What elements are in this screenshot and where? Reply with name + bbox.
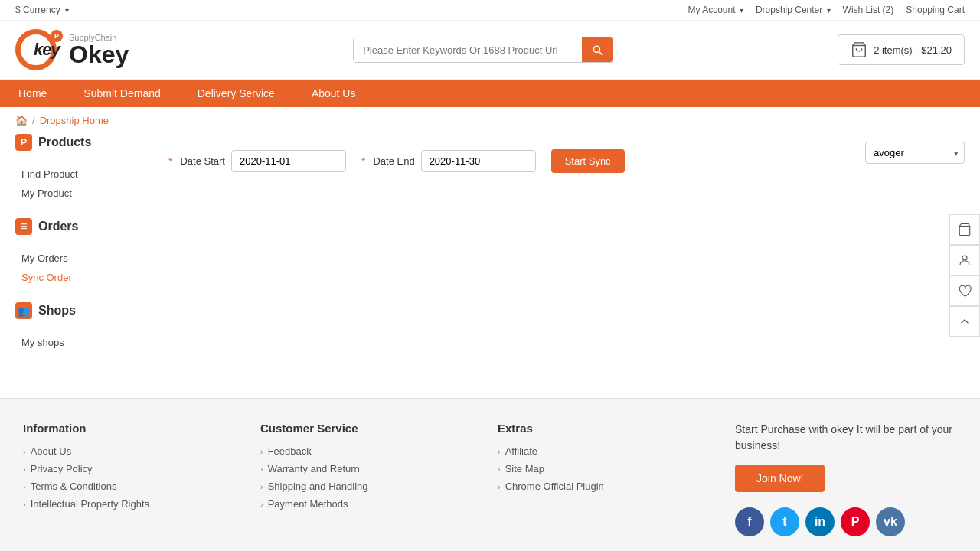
breadcrumb-current[interactable]: Dropship Home bbox=[40, 115, 109, 126]
search-input[interactable] bbox=[354, 38, 582, 62]
currency-selector[interactable]: $ Currency ▾ bbox=[15, 5, 69, 15]
shopping-cart-link[interactable]: Shopping Cart bbox=[906, 5, 965, 15]
footer-chrome-plugin[interactable]: › Chrome Official Plugin bbox=[498, 481, 720, 492]
footer-about-us[interactable]: › About Us bbox=[23, 445, 245, 457]
date-start-group: * Date Start bbox=[168, 150, 346, 172]
currency-label: $ Currency bbox=[15, 5, 60, 15]
right-sidebar-cart[interactable] bbox=[949, 214, 980, 245]
content-area: avoger ▾ * Date Start * Date End Start S… bbox=[153, 134, 980, 383]
date-end-input[interactable] bbox=[421, 150, 536, 172]
logo-image: key P SupplyChain Okey bbox=[15, 28, 129, 71]
sidebar-my-orders[interactable]: My Orders bbox=[15, 249, 138, 268]
logo-text: SupplyChain Okey bbox=[69, 33, 129, 67]
vk-icon[interactable]: vk bbox=[876, 507, 905, 536]
my-account-link[interactable]: My Account ▾ bbox=[688, 5, 743, 15]
search-button[interactable] bbox=[582, 37, 612, 62]
right-sidebar-user[interactable] bbox=[949, 245, 980, 276]
svg-point-2 bbox=[962, 256, 967, 260]
breadcrumb-separator: / bbox=[32, 115, 35, 126]
chevron-up-icon bbox=[958, 315, 972, 328]
arrow-icon: › bbox=[260, 447, 263, 456]
join-now-button[interactable]: Join Now! bbox=[735, 465, 825, 492]
footer-top: Information › About Us › Privacy Policy … bbox=[15, 422, 965, 536]
date-end-required: * bbox=[361, 155, 365, 168]
dropship-center-link[interactable]: Dropship Center ▾ bbox=[756, 5, 831, 15]
sidebar-my-shops[interactable]: My shops bbox=[15, 333, 138, 352]
arrow-icon: › bbox=[23, 500, 26, 509]
nav-bar: Home Submit Demand Delivery Service Abou… bbox=[0, 80, 980, 107]
currency-arrow: ▾ bbox=[65, 6, 69, 15]
social-icons: f t in P vk bbox=[735, 507, 957, 536]
arrow-icon: › bbox=[498, 482, 501, 491]
search-bar bbox=[353, 37, 613, 63]
footer: Information › About Us › Privacy Policy … bbox=[0, 398, 980, 551]
wish-list-link[interactable]: Wish List (2) bbox=[843, 5, 894, 15]
logo[interactable]: key P SupplyChain Okey bbox=[15, 28, 129, 71]
footer-warranty[interactable]: › Warranty and Return bbox=[260, 463, 482, 474]
right-sidebar-wishlist[interactable] bbox=[949, 276, 980, 306]
right-sidebar-scroll-top[interactable] bbox=[949, 306, 980, 337]
footer-extras-col: Extras › Affiliate › Site Map › Chrome O… bbox=[490, 422, 727, 536]
date-start-input[interactable] bbox=[231, 150, 346, 172]
sidebar-find-product[interactable]: Find Product bbox=[15, 165, 138, 184]
nav-submit-demand[interactable]: Submit Demand bbox=[65, 80, 178, 107]
arrow-icon: › bbox=[498, 447, 501, 456]
arrow-icon: › bbox=[23, 465, 26, 474]
cart-sidebar-icon bbox=[958, 223, 972, 236]
store-select[interactable]: avoger bbox=[865, 142, 965, 164]
date-end-label: Date End bbox=[373, 155, 414, 167]
footer-service-col: Customer Service › Feedback › Warranty a… bbox=[253, 422, 490, 536]
logo-brand: Okey bbox=[69, 42, 129, 67]
account-arrow: ▾ bbox=[740, 6, 743, 15]
footer-privacy-policy[interactable]: › Privacy Policy bbox=[23, 463, 245, 474]
sidebar-my-product[interactable]: My Product bbox=[15, 184, 138, 203]
search-icon bbox=[591, 44, 603, 56]
top-bar: $ Currency ▾ My Account ▾ Dropship Cente… bbox=[0, 0, 980, 21]
footer-service-title: Customer Service bbox=[260, 422, 482, 435]
cart-button[interactable]: 2 item(s) - $21.20 bbox=[838, 34, 965, 65]
footer-shipping[interactable]: › Shipping and Handling bbox=[260, 481, 482, 492]
footer-feedback[interactable]: › Feedback bbox=[260, 445, 482, 457]
pinterest-icon[interactable]: P bbox=[841, 507, 870, 536]
breadcrumb-home-icon[interactable]: 🏠 bbox=[15, 115, 28, 126]
arrow-icon: › bbox=[260, 465, 263, 474]
main-content: P Products Find Product My Product ≡ Ord… bbox=[0, 134, 980, 398]
arrow-icon: › bbox=[260, 482, 263, 491]
header: key P SupplyChain Okey 2 item(s) - $21.2… bbox=[0, 21, 980, 80]
twitter-icon[interactable]: t bbox=[770, 507, 799, 536]
arrow-icon: › bbox=[498, 465, 501, 474]
footer-sitemap[interactable]: › Site Map bbox=[498, 463, 720, 474]
top-nav-links: My Account ▾ Dropship Center ▾ Wish List… bbox=[688, 5, 965, 15]
facebook-icon[interactable]: f bbox=[735, 507, 764, 536]
sidebar-shops-section: 👥 Shops My shops bbox=[15, 302, 138, 352]
footer-info-col: Information › About Us › Privacy Policy … bbox=[15, 422, 253, 536]
sidebar-sync-order[interactable]: Sync Order bbox=[15, 268, 138, 287]
linkedin-icon[interactable]: in bbox=[805, 507, 835, 536]
user-sidebar-icon bbox=[958, 253, 972, 267]
sidebar-orders-section: ≡ Orders My Orders Sync Order bbox=[15, 218, 138, 287]
nav-about-us[interactable]: About Us bbox=[293, 80, 374, 107]
footer-ip-rights[interactable]: › Intellectual Property Rights bbox=[23, 498, 245, 510]
store-select-container: avoger ▾ bbox=[865, 142, 965, 164]
heart-sidebar-icon bbox=[958, 284, 972, 298]
footer-payment-methods[interactable]: › Payment Methods bbox=[260, 498, 482, 510]
date-end-group: * Date End bbox=[361, 150, 536, 172]
sidebar-orders-title: ≡ Orders bbox=[15, 218, 138, 240]
sidebar-products-section: P Products Find Product My Product bbox=[15, 134, 138, 203]
sync-row: avoger ▾ * Date Start * Date End Start S… bbox=[168, 149, 965, 173]
nav-home[interactable]: Home bbox=[0, 80, 65, 107]
date-start-required: * bbox=[168, 155, 172, 168]
cart-label: 2 item(s) - $21.20 bbox=[874, 44, 952, 56]
footer-cta-col: Start Purchase with okey It will be part… bbox=[727, 422, 965, 536]
start-sync-button[interactable]: Start Sync bbox=[551, 149, 625, 173]
dropship-arrow: ▾ bbox=[827, 6, 831, 15]
nav-delivery-service[interactable]: Delivery Service bbox=[179, 80, 293, 107]
store-select-wrapper: avoger ▾ bbox=[865, 142, 965, 164]
footer-terms[interactable]: › Terms & Conditions bbox=[23, 481, 245, 492]
footer-affiliate[interactable]: › Affiliate bbox=[498, 445, 720, 457]
products-icon: P bbox=[15, 134, 32, 151]
right-sidebar bbox=[949, 214, 980, 337]
breadcrumb: 🏠 / Dropship Home bbox=[0, 107, 980, 134]
shops-icon: 👥 bbox=[15, 302, 32, 319]
arrow-icon: › bbox=[23, 447, 26, 456]
